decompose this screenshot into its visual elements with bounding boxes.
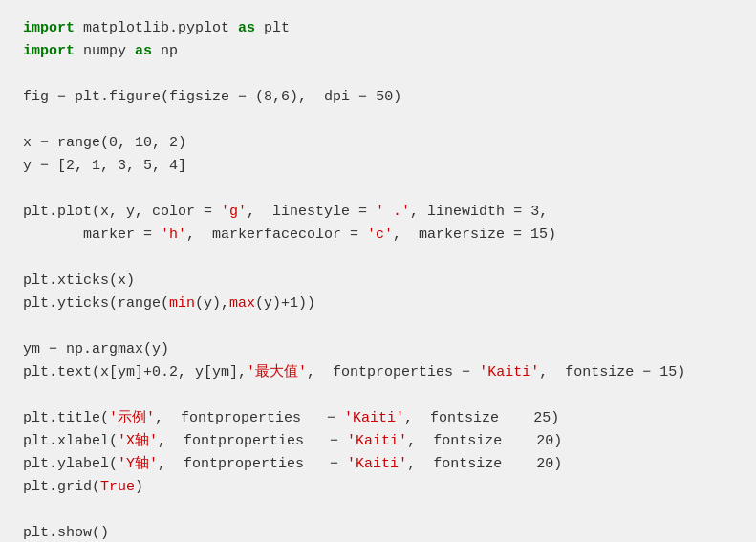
code-line-5: y − [2, 1, 3, 5, 4] (23, 155, 733, 178)
keyword-as-2: as (135, 43, 152, 59)
code-line-2: import numpy as np (23, 40, 733, 63)
blank-line-1 (23, 63, 733, 86)
code-line-9: plt.yticks(range(min(y),max(y)+1)) (23, 293, 733, 315)
code-editor: import matplotlib.pyplot as plt import n… (23, 17, 733, 542)
code-line-13: plt.xlabel('X轴', fontproperties − 'Kaiti… (23, 430, 733, 453)
blank-line-6 (23, 384, 733, 407)
keyword-import-1: import (23, 20, 75, 36)
blank-line-7 (23, 499, 733, 522)
blank-line-5 (23, 315, 733, 338)
code-line-14: plt.ylabel('Y轴', fontproperties − 'Kaiti… (23, 453, 733, 476)
code-line-15: plt.grid(True) (23, 476, 733, 499)
code-line-16: plt.show() (23, 522, 733, 542)
code-line-4: x − range(0, 10, 2) (23, 132, 733, 155)
blank-line-4 (23, 247, 733, 270)
code-line-8: plt.xticks(x) (23, 270, 733, 293)
code-line-6: plt.plot(x, y, color = 'g', linestyle = … (23, 201, 733, 224)
code-line-1: import matplotlib.pyplot as plt (23, 17, 733, 40)
keyword-as-1: as (238, 20, 255, 36)
code-line-7: marker = 'h', markerfacecolor = 'c', mar… (23, 224, 733, 247)
code-line-11: plt.text(x[ym]+0.2, y[ym],'最大值', fontpro… (23, 361, 733, 384)
code-line-3: fig − plt.figure(figsize − (8,6), dpi − … (23, 86, 733, 109)
code-line-10: ym − np.argmax(y) (23, 338, 733, 361)
code-line-12: plt.title('示例', fontproperties − 'Kaiti'… (23, 407, 733, 430)
blank-line-3 (23, 178, 733, 201)
blank-line-2 (23, 109, 733, 132)
keyword-import-2: import (23, 43, 75, 59)
